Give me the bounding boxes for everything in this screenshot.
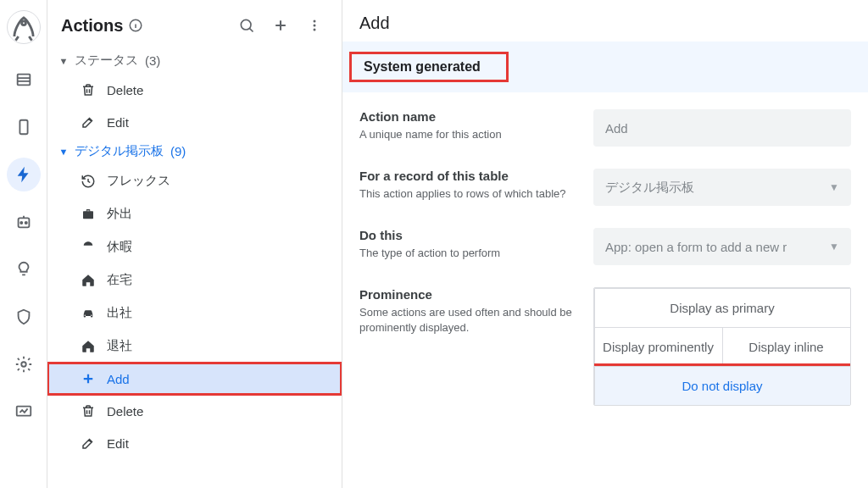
action-item-label: 外出	[107, 206, 132, 222]
prominence-desc: Some actions are used often and should b…	[359, 305, 573, 336]
system-generated-bar: System generated	[342, 42, 868, 92]
action-item[interactable]: 出社	[47, 297, 342, 330]
actions-sidebar: Actions ▼ステータス(3)DeleteEdit▼デジタル掲示板(9)フレ…	[47, 0, 342, 488]
action-name-label: Action name	[359, 109, 573, 124]
action-item[interactable]: 休暇	[47, 230, 342, 263]
action-item-label: Edit	[107, 115, 129, 130]
do-this-desc: The type of action to perform	[359, 246, 573, 261]
car-icon	[80, 306, 97, 321]
group-count: (3)	[145, 53, 160, 68]
rail-actions-icon[interactable]	[7, 158, 41, 191]
group-label: デジタル掲示板	[75, 143, 164, 159]
row-action-name: Action name A unique name for this actio…	[359, 109, 851, 147]
system-generated-label: System generated	[349, 52, 509, 82]
action-item-label: Delete	[107, 404, 143, 419]
action-item-label: 在宅	[107, 272, 132, 288]
rail-security-icon[interactable]	[7, 300, 41, 334]
action-name-input[interactable]: Add	[593, 109, 851, 147]
rail-data-icon[interactable]	[7, 63, 41, 97]
svg-point-4	[20, 222, 22, 224]
group-header[interactable]: ▼ステータス(3)	[47, 47, 342, 74]
nav-rail	[0, 0, 47, 488]
prominence-label: Prominence	[359, 287, 573, 302]
row-do-this: Do this The type of action to perform Ap…	[359, 228, 851, 265]
search-button[interactable]	[233, 12, 260, 39]
prominence-option[interactable]: Display as primary	[594, 288, 851, 328]
more-button[interactable]	[301, 12, 328, 39]
action-item[interactable]: 退社	[47, 330, 342, 363]
table-label: For a record of this table	[359, 169, 573, 183]
action-item[interactable]: 在宅	[47, 263, 342, 297]
main-panel: Add System generated Action name A uniqu…	[342, 0, 868, 488]
action-item-label: 退社	[107, 338, 132, 354]
action-name-value: Add	[605, 121, 628, 136]
rail-intelligence-icon[interactable]	[7, 252, 41, 286]
action-item-label: Edit	[107, 436, 129, 451]
sidebar-title-text: Actions	[61, 16, 123, 36]
caret-down-icon: ▼	[58, 56, 70, 66]
prominence-option[interactable]: Do not display	[594, 366, 851, 406]
action-item[interactable]: Add	[47, 363, 342, 395]
info-icon[interactable]	[128, 18, 143, 33]
trash-icon	[80, 403, 97, 419]
svg-point-12	[314, 29, 316, 31]
do-this-label: Do this	[359, 228, 573, 242]
svg-point-10	[314, 20, 316, 23]
history-icon	[80, 174, 97, 189]
row-prominence: Prominence Some actions are used often a…	[359, 287, 851, 406]
home-icon	[80, 273, 97, 288]
do-this-value: App: open a form to add a new r	[605, 240, 787, 254]
prominence-options: Display as primaryDisplay prominentlyDis…	[593, 287, 851, 406]
action-item-label: フレックス	[107, 173, 170, 189]
page-title: Add	[358, 14, 853, 33]
action-item[interactable]: Delete	[47, 74, 342, 106]
group-count: (9)	[170, 144, 186, 158]
system-generated-text: System generated	[364, 59, 481, 75]
home-icon	[80, 339, 97, 354]
action-item[interactable]: Delete	[47, 395, 342, 427]
table-select[interactable]: デジタル掲示板 ▼	[593, 169, 851, 206]
svg-point-11	[314, 25, 316, 27]
action-item[interactable]: Edit	[47, 106, 342, 138]
actions-tree: ▼ステータス(3)DeleteEdit▼デジタル掲示板(9)フレックス外出休暇在…	[47, 47, 342, 469]
edit-icon	[80, 435, 97, 451]
rail-settings-icon[interactable]	[7, 347, 41, 381]
group-header[interactable]: ▼デジタル掲示板(9)	[47, 138, 342, 164]
beach-icon	[80, 240, 97, 255]
action-item[interactable]: 外出	[47, 197, 342, 230]
action-form: Action name A unique name for this actio…	[358, 109, 853, 428]
action-item-label: Add	[107, 372, 130, 386]
chevron-down-icon: ▼	[829, 241, 839, 252]
briefcase-icon	[80, 207, 97, 222]
action-item[interactable]: フレックス	[47, 164, 342, 197]
edit-icon	[80, 114, 97, 130]
svg-rect-1	[17, 75, 30, 86]
sidebar-header: Actions	[47, 0, 342, 47]
sidebar-title: Actions	[61, 16, 143, 36]
row-table: For a record of this table This action a…	[359, 169, 851, 206]
rail-rocket-icon[interactable]	[7, 10, 41, 44]
caret-down-icon: ▼	[58, 147, 70, 157]
prominence-option[interactable]: Display inline	[722, 327, 851, 367]
add-action-button[interactable]	[267, 12, 294, 39]
table-value: デジタル掲示板	[605, 180, 694, 196]
svg-point-0	[21, 21, 25, 25]
action-item[interactable]: Edit	[47, 427, 342, 459]
rail-manage-icon[interactable]	[7, 395, 41, 429]
action-item-label: 休暇	[107, 239, 132, 255]
action-item-label: 出社	[107, 305, 132, 321]
action-name-desc: A unique name for this action	[359, 127, 573, 142]
action-item-label: Delete	[107, 83, 143, 97]
chevron-down-icon: ▼	[829, 181, 839, 193]
svg-point-9	[241, 19, 251, 30]
svg-point-6	[21, 362, 26, 367]
do-this-select[interactable]: App: open a form to add a new r ▼	[593, 228, 851, 265]
svg-rect-2	[19, 120, 27, 135]
group-label: ステータス	[75, 53, 138, 69]
trash-icon	[80, 82, 97, 97]
rail-views-icon[interactable]	[7, 110, 41, 144]
svg-point-5	[25, 222, 26, 224]
prominence-option[interactable]: Display prominently	[594, 327, 723, 367]
rail-automation-icon[interactable]	[7, 205, 41, 239]
table-desc: This action applies to rows of which tab…	[359, 186, 573, 202]
